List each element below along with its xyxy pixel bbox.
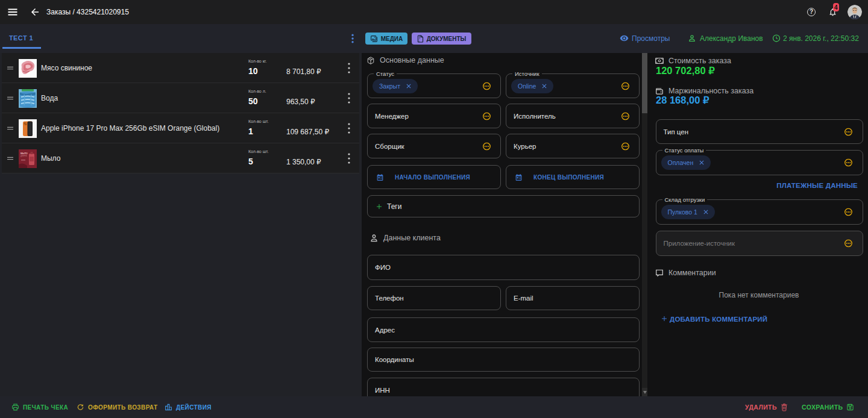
svg-text:ДЛЯ РУК: ДЛЯ РУК: [20, 155, 27, 157]
svg-text:МЫЛО: МЫЛО: [20, 152, 28, 155]
